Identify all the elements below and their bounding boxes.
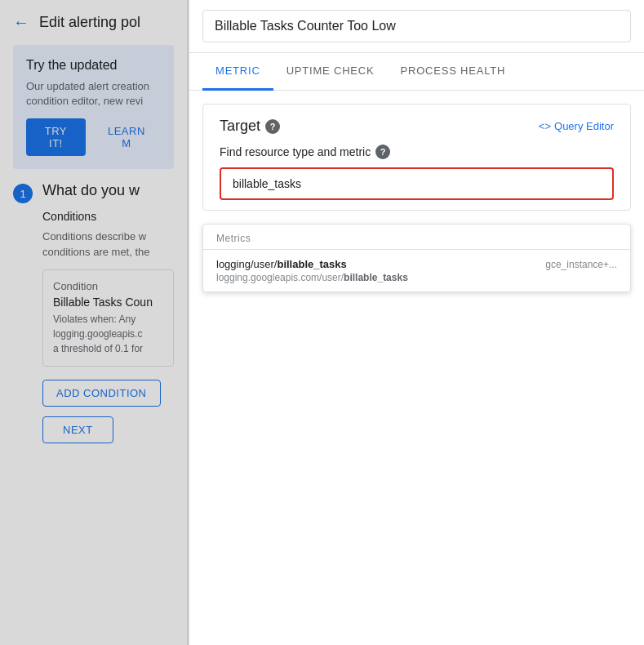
query-editor-prefix: <> — [539, 120, 551, 132]
tab-process-health[interactable]: PROCESS HEALTH — [387, 53, 518, 91]
tabs-bar: METRIC UPTIME CHECK PROCESS HEALTH — [189, 53, 644, 91]
target-header: Target ? <> Query Editor — [203, 105, 630, 145]
find-resource-label: Find resource type and metric ? — [203, 145, 630, 167]
find-resource-text: Find resource type and metric — [220, 145, 371, 158]
query-editor-label: Query Editor — [554, 120, 614, 132]
target-label: Target — [220, 118, 260, 135]
dialog-panel: METRIC UPTIME CHECK PROCESS HEALTH Targe… — [189, 0, 644, 645]
metric-full-path-bold: billable_tasks — [344, 272, 408, 283]
title-input-wrapper — [189, 0, 644, 53]
tab-uptime-check[interactable]: UPTIME CHECK — [273, 53, 388, 91]
metric-search-input[interactable] — [220, 167, 614, 200]
target-help-icon[interactable]: ? — [265, 119, 280, 134]
metric-path-bold: billable_tasks — [277, 258, 346, 270]
dropdown-category: Metrics — [203, 225, 630, 249]
alert-title-input[interactable] — [202, 10, 631, 42]
metric-path-prefix: logging/user/ — [216, 258, 277, 270]
target-section: Target ? <> Query Editor Find resource t… — [202, 104, 631, 211]
metric-full-path: logging.googleapis.com/user/billable_tas… — [216, 272, 617, 283]
metric-path: logging/user/billable_tasks — [216, 258, 347, 270]
find-resource-help-icon[interactable]: ? — [375, 145, 390, 159]
tab-metric[interactable]: METRIC — [202, 53, 273, 91]
dropdown-section: Metrics logging/user/billable_tasks gce_… — [202, 224, 631, 292]
dropdown-item[interactable]: logging/user/billable_tasks gce_instance… — [203, 250, 630, 291]
dropdown-item-row: logging/user/billable_tasks gce_instance… — [216, 258, 617, 270]
query-editor-link[interactable]: <> Query Editor — [539, 120, 614, 132]
target-title: Target ? — [220, 118, 280, 135]
dialog-content: Target ? <> Query Editor Find resource t… — [189, 91, 644, 645]
metric-search-wrapper — [220, 167, 614, 200]
metric-resource: gce_instance+... — [545, 259, 617, 270]
metric-full-path-prefix: logging.googleapis.com/user/ — [216, 272, 344, 283]
